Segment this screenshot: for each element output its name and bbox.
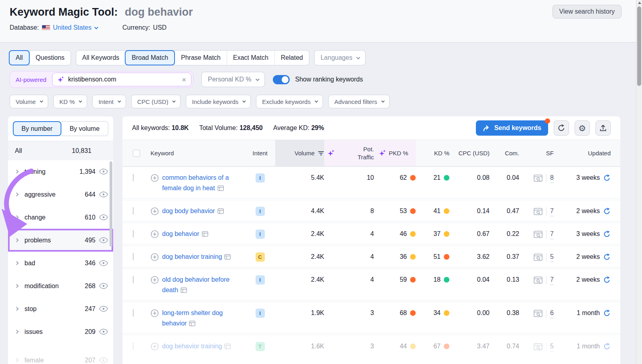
serp-preview-icon[interactable]: [534, 277, 542, 284]
column-com[interactable]: Com.: [505, 150, 519, 157]
refresh-icon[interactable]: [603, 343, 611, 350]
tab-all[interactable]: All: [9, 50, 30, 65]
sf-count[interactable]: 8: [550, 173, 554, 183]
volume-filter[interactable]: Volume: [10, 95, 48, 108]
select-all-checkbox[interactable]: [133, 150, 140, 157]
keyword-link[interactable]: dog body behavior: [162, 206, 224, 216]
sidebar-item-all[interactable]: All 10,831: [8, 141, 113, 160]
keyword-link[interactable]: old dog behavior before death: [162, 275, 245, 295]
eye-icon[interactable]: [99, 328, 108, 335]
refresh-icon[interactable]: [603, 253, 611, 261]
eye-icon[interactable]: [99, 357, 108, 364]
sf-count[interactable]: 5: [550, 252, 554, 262]
add-keyword-icon[interactable]: [150, 230, 159, 238]
column-pot-traffic[interactable]: Pot. Traffic: [324, 140, 374, 166]
row-checkbox[interactable]: [133, 342, 134, 350]
by-volume-tab[interactable]: By volume: [61, 121, 109, 136]
serp-preview-icon[interactable]: [534, 231, 542, 238]
sidebar-item-change[interactable]: change 610: [8, 206, 113, 229]
row-checkbox[interactable]: [133, 276, 134, 283]
refresh-icon[interactable]: [603, 230, 611, 238]
refresh-icon[interactable]: [603, 207, 611, 215]
sidebar-item-female[interactable]: female 207: [8, 349, 113, 364]
eye-icon[interactable]: [99, 305, 108, 312]
sidebar-item-problems[interactable]: problems 495: [8, 229, 113, 252]
view-search-history-button[interactable]: View search history: [553, 5, 622, 18]
eye-icon[interactable]: [99, 237, 108, 244]
scrollbar-thumb[interactable]: [637, 6, 641, 86]
refresh-icon[interactable]: [603, 276, 611, 284]
serp-icon[interactable]: [181, 287, 187, 293]
keyword-link[interactable]: dog behavior training: [162, 252, 231, 262]
sf-count[interactable]: 5: [550, 342, 554, 352]
row-checkbox[interactable]: [133, 230, 134, 238]
advanced-filters[interactable]: Advanced filters: [328, 95, 390, 108]
scroll-up-arrow[interactable]: [638, 2, 641, 4]
serp-preview-icon[interactable]: [534, 254, 542, 261]
sf-count[interactable]: 6: [550, 309, 554, 318]
keyword-link[interactable]: long-term shelter dog behavior: [162, 308, 245, 329]
tab-related[interactable]: Related: [274, 51, 309, 65]
sidebar-item-aggressive[interactable]: aggressive 644: [8, 183, 113, 206]
eye-icon[interactable]: [99, 191, 108, 198]
keyword-link[interactable]: dog behavior: [162, 229, 208, 239]
add-keyword-icon[interactable]: [150, 342, 159, 351]
sidebar-item-issues[interactable]: issues 209: [8, 320, 113, 343]
domain-search-input[interactable]: kristibenson.com ×: [52, 73, 191, 86]
serp-icon[interactable]: [202, 231, 208, 237]
refresh-button[interactable]: [554, 120, 569, 136]
exclude-keywords-filter[interactable]: Exclude keywords: [256, 95, 323, 108]
by-number-tab[interactable]: By number: [13, 121, 61, 136]
eye-icon[interactable]: [99, 260, 108, 266]
sidebar-item-modification[interactable]: modification 268: [8, 275, 113, 297]
sidebar-item-stop[interactable]: stop 247: [8, 297, 113, 320]
tab-broad-match[interactable]: Broad Match: [125, 50, 175, 65]
tab-questions[interactable]: Questions: [29, 51, 71, 65]
serp-preview-icon[interactable]: [534, 310, 542, 317]
sf-count[interactable]: 7: [550, 207, 554, 216]
sidebar-item-bad[interactable]: bad 346: [8, 252, 113, 275]
serp-preview-icon[interactable]: [534, 175, 542, 182]
column-sf[interactable]: SF: [546, 150, 554, 157]
column-intent[interactable]: Intent: [252, 150, 268, 157]
tab-phrase-match[interactable]: Phrase Match: [175, 51, 227, 65]
column-updated[interactable]: Updated: [588, 150, 611, 157]
export-button[interactable]: [595, 120, 611, 136]
column-pkd[interactable]: PKD %: [374, 140, 416, 166]
show-ranking-keywords-toggle[interactable]: [273, 75, 290, 84]
serp-preview-icon[interactable]: [534, 208, 542, 215]
row-checkbox[interactable]: [133, 207, 134, 215]
sidebar-scrollbar[interactable]: [110, 161, 112, 246]
refresh-icon[interactable]: [603, 309, 611, 317]
personal-kd-dropdown[interactable]: Personal KD %: [201, 72, 265, 87]
settings-button[interactable]: ⚙: [575, 120, 590, 136]
sf-count[interactable]: 7: [550, 275, 554, 285]
add-keyword-icon[interactable]: [150, 174, 159, 182]
intent-filter[interactable]: Intent: [92, 95, 126, 108]
column-keyword[interactable]: Keyword: [150, 150, 174, 157]
row-checkbox[interactable]: [133, 309, 134, 317]
cpc-filter[interactable]: CPC (USD): [131, 95, 181, 108]
column-cpc[interactable]: CPC (USD): [459, 150, 490, 157]
keyword-link[interactable]: common behaviors of a female dog in heat: [162, 173, 245, 193]
keyword-link[interactable]: dog behavior training: [162, 341, 231, 352]
include-keywords-filter[interactable]: Include keywords: [186, 95, 251, 108]
serp-icon[interactable]: [224, 254, 231, 260]
add-keyword-icon[interactable]: [150, 253, 159, 261]
column-kd[interactable]: KD %: [434, 150, 449, 157]
eye-icon[interactable]: [99, 214, 108, 221]
clear-input-icon[interactable]: ×: [182, 76, 186, 83]
eye-icon[interactable]: [99, 283, 108, 289]
tab-all-keywords[interactable]: All Keywords: [76, 51, 125, 65]
send-keywords-button[interactable]: Send keywords: [476, 120, 548, 136]
database-select[interactable]: United States: [53, 24, 97, 31]
kd-filter[interactable]: KD %: [53, 95, 87, 108]
sf-count[interactable]: 7: [550, 230, 554, 239]
serp-icon[interactable]: [224, 344, 231, 349]
sidebar-item-training[interactable]: training 1,394: [8, 160, 113, 183]
page-scrollbar[interactable]: [636, 0, 642, 364]
row-checkbox[interactable]: [133, 253, 134, 260]
refresh-icon[interactable]: [603, 174, 611, 182]
eye-icon[interactable]: [99, 168, 108, 175]
add-keyword-icon[interactable]: [150, 309, 159, 317]
